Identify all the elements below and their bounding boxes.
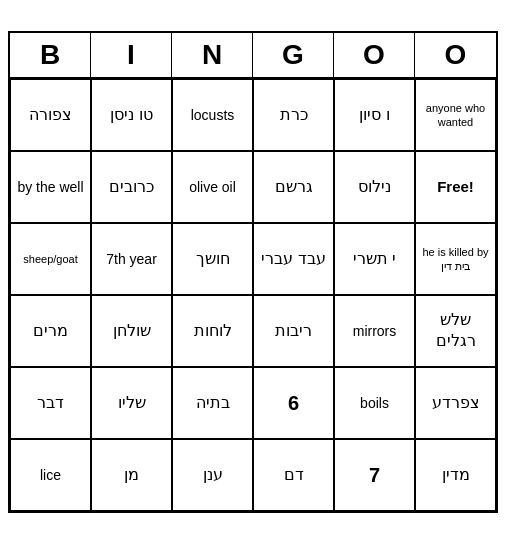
cell-r2-c4: י תשרי (334, 223, 415, 295)
cell-r4-c3: 6 (253, 367, 334, 439)
cell-r3-c5: שלש רגלים (415, 295, 496, 367)
cell-r5-c2: ענן (172, 439, 253, 511)
cell-r2-c1: 7th year (91, 223, 172, 295)
cell-r0-c5: anyone who wanted (415, 79, 496, 151)
header-letter-b0: B (10, 33, 91, 77)
cell-r3-c4: mirrors (334, 295, 415, 367)
header-letter-g3: G (253, 33, 334, 77)
cell-r4-c2: בתיה (172, 367, 253, 439)
cell-r2-c5: he is killed by בית דין (415, 223, 496, 295)
header-letter-i1: I (91, 33, 172, 77)
cell-r0-c4: ו סיון (334, 79, 415, 151)
cell-r1-c4: נילוס (334, 151, 415, 223)
cell-r0-c0: צפורה (10, 79, 91, 151)
header-letter-o5: O (415, 33, 496, 77)
bingo-card: BINGOO צפורהטו ניסןlocustsכרתו סיוןanyon… (8, 31, 498, 513)
cell-r1-c0: by the well (10, 151, 91, 223)
cell-r5-c3: דם (253, 439, 334, 511)
cell-r4-c5: צפרדע (415, 367, 496, 439)
cell-r1-c5: Free! (415, 151, 496, 223)
cell-r2-c3: עבד עברי (253, 223, 334, 295)
cell-r3-c1: שולחן (91, 295, 172, 367)
cell-r0-c3: כרת (253, 79, 334, 151)
header-letter-o4: O (334, 33, 415, 77)
cell-r0-c2: locusts (172, 79, 253, 151)
cell-r3-c3: ריבות (253, 295, 334, 367)
cell-r4-c0: דבר (10, 367, 91, 439)
header-letter-n2: N (172, 33, 253, 77)
cell-r3-c0: מרים (10, 295, 91, 367)
cell-r1-c2: olive oil (172, 151, 253, 223)
cell-r2-c0: sheep/goat (10, 223, 91, 295)
cell-r3-c2: לוחות (172, 295, 253, 367)
cell-r5-c1: מן (91, 439, 172, 511)
cell-r5-c4: 7 (334, 439, 415, 511)
cell-r5-c0: lice (10, 439, 91, 511)
cell-r4-c1: שליו (91, 367, 172, 439)
bingo-header: BINGOO (10, 33, 496, 79)
cell-r4-c4: boils (334, 367, 415, 439)
bingo-grid: צפורהטו ניסןlocustsכרתו סיוןanyone who w… (10, 79, 496, 511)
cell-r1-c3: גרשם (253, 151, 334, 223)
cell-r1-c1: כרובים (91, 151, 172, 223)
cell-r0-c1: טו ניסן (91, 79, 172, 151)
cell-r2-c2: חושך (172, 223, 253, 295)
cell-r5-c5: מדין (415, 439, 496, 511)
